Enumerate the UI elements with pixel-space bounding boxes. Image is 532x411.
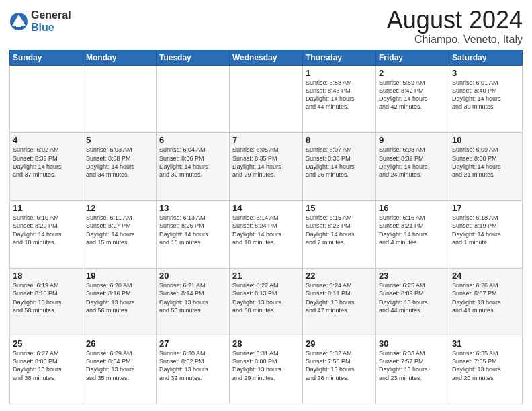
day-number: 25 — [13, 338, 80, 349]
calendar-cell — [10, 65, 83, 133]
day-number: 16 — [379, 203, 446, 213]
day-info: Sunrise: 6:11 AMSunset: 8:27 PMDaylight:… — [86, 214, 153, 246]
calendar-cell: 18Sunrise: 6:19 AMSunset: 8:18 PMDayligh… — [10, 269, 83, 336]
day-number: 30 — [379, 338, 446, 349]
calendar-cell — [157, 65, 230, 133]
calendar-cell: 29Sunrise: 6:32 AMSunset: 7:58 PMDayligh… — [303, 336, 376, 404]
calendar-cell: 16Sunrise: 6:16 AMSunset: 8:21 PMDayligh… — [376, 201, 449, 269]
calendar-cell: 31Sunrise: 6:35 AMSunset: 7:55 PMDayligh… — [449, 336, 523, 404]
day-number: 8 — [306, 135, 373, 145]
day-number: 1 — [306, 68, 373, 78]
calendar-week-1: 1Sunrise: 5:58 AMSunset: 8:43 PMDaylight… — [10, 65, 523, 133]
calendar-week-2: 4Sunrise: 6:02 AMSunset: 8:39 PMDaylight… — [10, 133, 523, 201]
weekday-row: SundayMondayTuesdayWednesdayThursdayFrid… — [10, 50, 523, 65]
day-info: Sunrise: 6:33 AMSunset: 7:57 PMDaylight:… — [379, 349, 446, 382]
day-info: Sunrise: 6:15 AMSunset: 8:23 PMDaylight:… — [306, 214, 373, 246]
day-number: 31 — [452, 338, 519, 349]
calendar-cell: 9Sunrise: 6:08 AMSunset: 8:32 PMDaylight… — [376, 133, 449, 201]
day-number: 18 — [13, 271, 80, 281]
day-info: Sunrise: 6:09 AMSunset: 8:30 PMDaylight:… — [452, 146, 519, 179]
day-info: Sunrise: 6:31 AMSunset: 8:00 PMDaylight:… — [232, 349, 300, 382]
calendar-cell: 25Sunrise: 6:27 AMSunset: 8:06 PMDayligh… — [10, 336, 83, 404]
weekday-header-thursday: Thursday — [303, 50, 376, 65]
day-info: Sunrise: 6:08 AMSunset: 8:32 PMDaylight:… — [379, 146, 446, 179]
day-number: 22 — [306, 271, 373, 281]
day-info: Sunrise: 6:14 AMSunset: 8:24 PMDaylight:… — [232, 214, 300, 246]
day-number: 3 — [452, 68, 519, 78]
calendar-cell: 24Sunrise: 6:26 AMSunset: 8:07 PMDayligh… — [449, 269, 523, 336]
header: General Blue August 2024 Chiampo, Veneto… — [9, 7, 523, 46]
day-info: Sunrise: 6:05 AMSunset: 8:35 PMDaylight:… — [232, 146, 300, 179]
day-number: 4 — [13, 135, 80, 145]
calendar-cell: 15Sunrise: 6:15 AMSunset: 8:23 PMDayligh… — [303, 201, 376, 269]
day-number: 29 — [306, 338, 373, 349]
day-number: 17 — [452, 203, 519, 213]
day-number: 28 — [232, 338, 300, 349]
day-info: Sunrise: 6:22 AMSunset: 8:13 PMDaylight:… — [232, 281, 300, 314]
calendar-cell: 3Sunrise: 6:01 AMSunset: 8:40 PMDaylight… — [449, 65, 523, 133]
day-number: 9 — [379, 135, 446, 145]
weekday-header-sunday: Sunday — [10, 50, 83, 65]
weekday-header-friday: Friday — [376, 50, 449, 65]
calendar-cell: 11Sunrise: 6:10 AMSunset: 8:29 PMDayligh… — [10, 201, 83, 269]
location-title: Chiampo, Veneto, Italy — [387, 34, 523, 46]
day-info: Sunrise: 6:21 AMSunset: 8:14 PMDaylight:… — [159, 281, 226, 314]
day-number: 13 — [159, 203, 226, 213]
calendar-cell: 30Sunrise: 6:33 AMSunset: 7:57 PMDayligh… — [376, 336, 449, 404]
day-number: 27 — [159, 338, 226, 349]
calendar-cell: 12Sunrise: 6:11 AMSunset: 8:27 PMDayligh… — [83, 201, 157, 269]
day-info: Sunrise: 6:25 AMSunset: 8:09 PMDaylight:… — [379, 281, 446, 314]
logo-icon — [9, 12, 28, 31]
day-info: Sunrise: 6:10 AMSunset: 8:29 PMDaylight:… — [13, 214, 80, 246]
day-info: Sunrise: 6:19 AMSunset: 8:18 PMDaylight:… — [13, 281, 80, 314]
calendar-cell: 27Sunrise: 6:30 AMSunset: 8:02 PMDayligh… — [157, 336, 230, 404]
day-number: 14 — [232, 203, 300, 213]
day-info: Sunrise: 5:58 AMSunset: 8:43 PMDaylight:… — [306, 79, 373, 111]
calendar-cell: 1Sunrise: 5:58 AMSunset: 8:43 PMDaylight… — [303, 65, 376, 133]
day-number: 6 — [159, 135, 226, 145]
day-info: Sunrise: 6:18 AMSunset: 8:19 PMDaylight:… — [452, 214, 519, 246]
calendar-cell: 6Sunrise: 6:04 AMSunset: 8:36 PMDaylight… — [157, 133, 230, 201]
svg-rect-2 — [16, 23, 21, 27]
calendar-cell: 7Sunrise: 6:05 AMSunset: 8:35 PMDaylight… — [230, 133, 303, 201]
day-number: 21 — [232, 271, 300, 281]
logo-text: General Blue — [31, 9, 71, 33]
day-info: Sunrise: 6:29 AMSunset: 8:04 PMDaylight:… — [86, 349, 153, 382]
calendar-cell: 26Sunrise: 6:29 AMSunset: 8:04 PMDayligh… — [83, 336, 157, 404]
day-info: Sunrise: 6:03 AMSunset: 8:38 PMDaylight:… — [86, 146, 153, 179]
day-number: 5 — [86, 135, 153, 145]
calendar-cell: 14Sunrise: 6:14 AMSunset: 8:24 PMDayligh… — [230, 201, 303, 269]
day-number: 11 — [13, 203, 80, 213]
day-number: 26 — [86, 338, 153, 349]
day-info: Sunrise: 5:59 AMSunset: 8:42 PMDaylight:… — [379, 79, 446, 111]
logo-blue-label: Blue — [31, 21, 71, 34]
day-number: 2 — [379, 68, 446, 78]
calendar-cell — [230, 65, 303, 133]
calendar-week-3: 11Sunrise: 6:10 AMSunset: 8:29 PMDayligh… — [10, 201, 523, 269]
day-info: Sunrise: 6:26 AMSunset: 8:07 PMDaylight:… — [452, 281, 519, 314]
day-info: Sunrise: 6:35 AMSunset: 7:55 PMDaylight:… — [452, 349, 519, 382]
calendar-cell: 19Sunrise: 6:20 AMSunset: 8:16 PMDayligh… — [83, 269, 157, 336]
calendar-cell: 8Sunrise: 6:07 AMSunset: 8:33 PMDaylight… — [303, 133, 376, 201]
day-info: Sunrise: 6:27 AMSunset: 8:06 PMDaylight:… — [13, 349, 80, 382]
day-number: 20 — [159, 271, 226, 281]
weekday-header-monday: Monday — [83, 50, 157, 65]
day-number: 19 — [86, 271, 153, 281]
calendar-cell: 4Sunrise: 6:02 AMSunset: 8:39 PMDaylight… — [10, 133, 83, 201]
day-info: Sunrise: 6:16 AMSunset: 8:21 PMDaylight:… — [379, 214, 446, 246]
calendar-cell: 23Sunrise: 6:25 AMSunset: 8:09 PMDayligh… — [376, 269, 449, 336]
calendar-header: SundayMondayTuesdayWednesdayThursdayFrid… — [10, 50, 523, 65]
day-info: Sunrise: 6:20 AMSunset: 8:16 PMDaylight:… — [86, 281, 153, 314]
calendar-cell: 17Sunrise: 6:18 AMSunset: 8:19 PMDayligh… — [449, 201, 523, 269]
day-info: Sunrise: 6:07 AMSunset: 8:33 PMDaylight:… — [306, 146, 373, 179]
calendar-cell: 2Sunrise: 5:59 AMSunset: 8:42 PMDaylight… — [376, 65, 449, 133]
calendar-cell — [83, 65, 157, 133]
calendar-cell: 28Sunrise: 6:31 AMSunset: 8:00 PMDayligh… — [230, 336, 303, 404]
day-number: 10 — [452, 135, 519, 145]
month-title: August 2024 — [387, 7, 523, 34]
calendar-week-4: 18Sunrise: 6:19 AMSunset: 8:18 PMDayligh… — [10, 269, 523, 336]
day-info: Sunrise: 6:30 AMSunset: 8:02 PMDaylight:… — [159, 349, 226, 382]
title-block: August 2024 Chiampo, Veneto, Italy — [387, 7, 523, 46]
weekday-header-wednesday: Wednesday — [230, 50, 303, 65]
calendar-week-5: 25Sunrise: 6:27 AMSunset: 8:06 PMDayligh… — [10, 336, 523, 404]
